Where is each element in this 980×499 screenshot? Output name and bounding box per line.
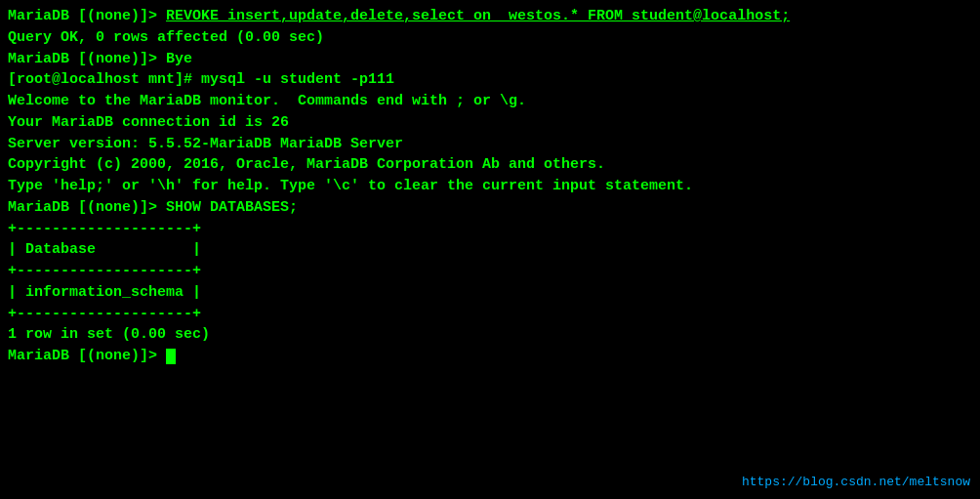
terminal-line-17: +--------------------+ [8,261,972,282]
terminal-output: MariaDB [(none)]> REVOKE insert,update,d… [8,6,972,367]
terminal-line-12: Type 'help;' or '\h' for help. Type '\c'… [8,176,972,197]
terminal-window: MariaDB [(none)]> REVOKE insert,update,d… [0,0,980,499]
terminal-cursor [166,349,176,364]
terminal-line-14: MariaDB [(none)]> SHOW DATABASES; [8,197,972,219]
terminal-line-19: +--------------------+ [8,304,972,325]
terminal-line-20: 1 row in set (0.00 sec) [8,324,972,346]
terminal-line-22: MariaDB [(none)]> [8,346,972,367]
terminal-line-4: MariaDB [(none)]> Bye [8,49,972,70]
terminal-line-1: MariaDB [(none)]> REVOKE insert,update,d… [8,6,972,27]
terminal-line-7: Your MariaDB connection id is 26 [8,112,972,134]
terminal-line-8: Server version: 5.5.52-MariaDB MariaDB S… [8,134,972,155]
terminal-line-5: [root@localhost mnt]# mysql -u student -… [8,69,972,91]
terminal-line-18: | information_schema | [8,282,972,304]
terminal-line-15: +--------------------+ [8,219,972,240]
terminal-line-10: Copyright (c) 2000, 2016, Oracle, MariaD… [8,154,972,176]
terminal-line-2: Query OK, 0 rows affected (0.00 sec) [8,27,972,49]
terminal-line-16: | Database | [8,239,972,261]
terminal-line-6: Welcome to the MariaDB monitor. Commands… [8,91,972,112]
watermark: https://blog.csdn.net/meltsnow [742,475,970,489]
